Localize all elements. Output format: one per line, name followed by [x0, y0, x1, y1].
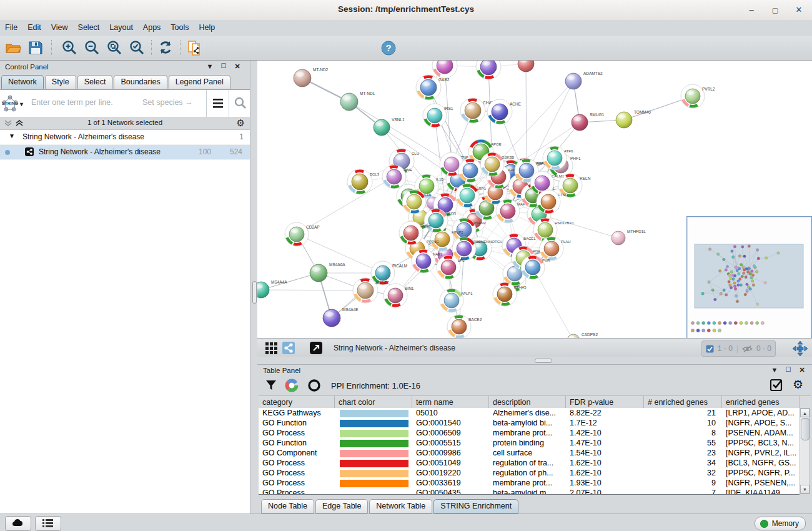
column-header-fdr-p-value[interactable]: FDR p-value [566, 396, 644, 409]
ring-chart-icon[interactable] [307, 379, 321, 392]
splitter-grip[interactable] [252, 281, 257, 304]
column-header-enriched-genes[interactable]: enriched genes [722, 396, 800, 409]
tree-row[interactable]: ▼String Network - Alzheimer's disease1 [0, 130, 250, 145]
panel-float-icon[interactable]: ☐ [783, 366, 793, 373]
open-in-string-icon[interactable] [309, 340, 324, 355]
zoom-selected-icon[interactable] [129, 39, 145, 56]
scrollbar-thumb[interactable] [801, 418, 810, 440]
menu-help[interactable]: Help [194, 20, 220, 32]
birdseye-overview[interactable] [686, 216, 812, 338]
tab-style[interactable]: Style [45, 75, 76, 89]
network-node[interactable]: MS4A4A [257, 280, 287, 298]
help-icon[interactable]: ? [381, 41, 397, 57]
string-options-icon[interactable] [211, 96, 225, 112]
select-columns-icon[interactable] [770, 379, 783, 392]
menu-tools[interactable]: Tools [166, 20, 194, 32]
tab-legend-panel[interactable]: Legend Panel [169, 75, 230, 89]
maximize-button[interactable]: ▢ [767, 4, 783, 16]
tab-node-table[interactable]: Node Table [261, 499, 314, 514]
menu-view[interactable]: View [46, 20, 73, 32]
network-node[interactable]: ADAMTS2 [565, 71, 603, 89]
pan-tool-icon[interactable] [792, 340, 807, 355]
tree-expander-icon[interactable]: ▼ [9, 132, 15, 139]
network-node[interactable]: ABCA7 [353, 278, 389, 303]
network-node[interactable]: PVRL2 [681, 84, 715, 108]
tab-string-enrichment[interactable]: STRING Enrichment [433, 499, 518, 514]
network-node[interactable] [518, 61, 534, 72]
panel-close-icon[interactable]: ✕ [232, 62, 242, 71]
tab-edge-table[interactable]: Edge Table [315, 499, 368, 514]
menu-file[interactable]: File [0, 20, 22, 32]
zoom-fit-icon[interactable] [106, 39, 122, 56]
network-view[interactable]: MT-ND2MT-ND1VSNL1GAB2IRS1CHATACHEADAMTS2… [257, 61, 812, 338]
cloud-tasks-button[interactable] [5, 516, 31, 531]
table-row[interactable]: GO FunctionGO:0001540beta-amyloid bi...1… [259, 418, 800, 428]
save-session-icon[interactable] [27, 39, 44, 56]
table-row[interactable]: GO ComponentGO:0009986cell surface1.54E-… [259, 448, 800, 458]
table-row[interactable]: GO ProcessGO:0033619membrane prot...1.93… [259, 478, 800, 488]
network-node[interactable]: MT-ND2 [294, 67, 329, 87]
column-header-category[interactable]: category [259, 396, 335, 409]
network-node[interactable]: PVR [521, 256, 550, 279]
network-node[interactable]: EPHA5 [493, 282, 527, 306]
string-search-icon[interactable] [234, 96, 247, 112]
panel-menu-icon[interactable]: ▼ [770, 366, 780, 374]
network-node[interactable]: LPL [437, 256, 465, 279]
table-settings-gear-icon[interactable]: ⚙ [793, 377, 803, 392]
network-node[interactable] [476, 61, 501, 79]
network-node[interactable]: PLAU [540, 237, 571, 261]
enrichment-chart-icon[interactable] [285, 379, 299, 392]
network-node[interactable]: CADPS2 [567, 332, 598, 338]
splitter-grip[interactable] [535, 359, 552, 363]
filter-icon[interactable] [265, 379, 277, 392]
network-options-gear-icon[interactable]: ⚙ [237, 117, 245, 129]
close-button[interactable]: ✕ [791, 4, 807, 16]
table-row[interactable]: GO FunctionGO:0005515protein binding1.47… [259, 438, 800, 448]
network-node[interactable]: MTHFD1L [611, 229, 646, 245]
network-node[interactable]: TOMM40 [616, 110, 651, 128]
column-header-term-name[interactable]: term name [412, 396, 489, 409]
menu-select[interactable]: Select [73, 20, 105, 32]
column-header-chart-color[interactable]: chart color [335, 396, 412, 409]
tree-row[interactable]: String Network - Alzheimer's disease1005… [0, 145, 250, 160]
network-node[interactable]: CTSD [537, 190, 568, 214]
network-overview-toggle-icon[interactable] [281, 340, 296, 355]
panel-float-icon[interactable]: ☐ [219, 62, 229, 69]
network-node[interactable]: BACE2 [447, 315, 482, 338]
scroll-up-icon[interactable]: ▲ [800, 409, 810, 417]
horizontal-splitter[interactable] [257, 357, 812, 364]
table-row[interactable]: GO ProcessGO:0006509membrane prot...1.42… [259, 428, 800, 438]
table-row[interactable]: GO ProcessGO:0019220regulation of ph...1… [259, 468, 800, 478]
tab-select[interactable]: Select [77, 75, 113, 89]
tab-network[interactable]: Network [1, 75, 44, 89]
network-node[interactable]: APLP1 [440, 289, 473, 312]
tab-boundaries[interactable]: Boundaries [114, 75, 167, 89]
memory-button[interactable]: Memory [755, 517, 806, 530]
table-scrollbar[interactable]: ▲ ▼ [800, 408, 810, 494]
network-node[interactable]: CD2AP [285, 222, 320, 246]
network-node[interactable]: BIN1 [384, 284, 414, 307]
grid-view-icon[interactable] [264, 340, 279, 355]
column-header--enriched-genes[interactable]: # enriched genes [644, 396, 722, 409]
menu-apps[interactable]: Apps [138, 20, 166, 32]
network-node[interactable]: BCL3 [347, 169, 380, 194]
string-source-dropdown[interactable]: ▼ [19, 101, 24, 107]
open-session-icon[interactable] [5, 39, 21, 56]
refresh-icon[interactable] [157, 39, 174, 56]
minimize-button[interactable]: – [743, 4, 760, 16]
title-bar[interactable]: Session: /tmp/enrichmentTest.cys – ▢ ✕ [0, 0, 812, 21]
import-network-icon[interactable] [186, 39, 202, 56]
table-row[interactable]: GO ProcessGO:0051049regulation of tra...… [259, 458, 800, 468]
menu-edit[interactable]: Edit [22, 20, 46, 32]
panel-close-icon[interactable]: ✕ [797, 366, 807, 374]
table-row[interactable]: KEGG Pathways05010Alzheimer's dise...8.8… [259, 408, 800, 418]
network-node[interactable]: MAPT [496, 199, 528, 223]
zoom-out-icon[interactable] [84, 39, 100, 56]
network-node[interactable] [432, 61, 457, 78]
scroll-down-icon[interactable]: ▼ [800, 485, 810, 494]
network-node[interactable]: GAB2 [416, 75, 450, 100]
string-query-placeholder[interactable]: Enter one term per line. [31, 98, 113, 107]
species-hint[interactable]: Set species → [142, 98, 193, 107]
column-header-description[interactable]: description [489, 396, 566, 409]
zoom-in-icon[interactable] [61, 39, 77, 56]
